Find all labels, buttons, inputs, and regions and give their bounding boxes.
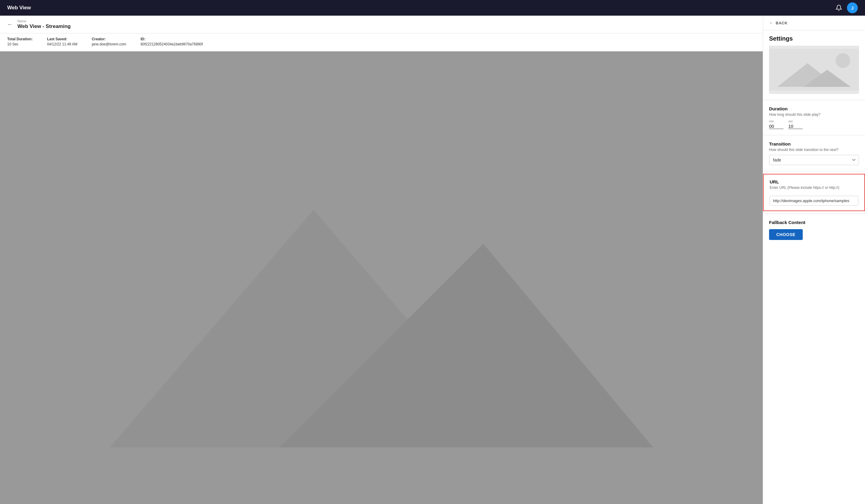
sec-label: sec [788,120,803,123]
preview-placeholder-icon [77,108,687,447]
transition-select[interactable]: fade slide none [769,155,859,165]
url-desc: Enter URL (Please include https:// or ht… [770,186,858,190]
thumbnail-placeholder-icon [769,46,859,94]
duration-section: Duration How long should this slide play… [763,101,865,134]
settings-title: Settings [763,31,865,46]
duration-sec-field: sec [788,120,803,129]
app-title: Web View [7,5,31,11]
duration-fields: min sec [769,120,859,129]
meta-row: Total Duration: 10 Sec Last Saved: 04/12… [0,33,763,51]
nav-right: J [835,2,858,13]
meta-creator: Creator: jane.doe@lorem.com [92,37,126,46]
panel-back-label: BACK [776,21,788,25]
preview-area [0,51,763,504]
name-label: Name [18,19,83,23]
main-layout: ← Name Total Duration: 10 Sec Last Saved… [0,16,865,504]
sep-4 [763,213,865,214]
duration-sec-input[interactable] [788,124,803,129]
left-area: ← Name Total Duration: 10 Sec Last Saved… [0,16,763,504]
transition-section: Transition How should this slide transit… [763,137,865,170]
meta-id: ID: 60f2221280524034a1beb9670a76890f [140,37,203,46]
duration-desc: How long should this slide play? [769,113,859,117]
sep-3 [763,171,865,172]
thumbnail [769,46,859,94]
avatar[interactable]: J [847,2,858,13]
fallback-section: Fallback Content CHOOSE [763,215,865,245]
back-button[interactable]: ← [7,21,13,28]
transition-title: Transition [769,141,859,146]
meta-total-duration: Total Duration: 10 Sec [7,37,33,46]
min-label: min [769,120,784,123]
url-input[interactable] [770,196,858,206]
duration-min-field: min [769,120,784,129]
panel-back-button[interactable]: ← BACK [763,16,865,31]
fallback-title: Fallback Content [769,220,859,225]
sep-1 [763,100,865,100]
panel-back-arrow-icon: ← [769,21,773,25]
bell-icon[interactable] [835,4,842,11]
header-bar: ← Name [0,16,763,33]
settings-panel: ← BACK Settings Duration How long should… [763,16,865,504]
url-section: URL Enter URL (Please include https:// o… [763,174,865,211]
svg-point-2 [510,149,592,230]
svg-point-6 [835,53,850,68]
choose-button[interactable]: CHOOSE [769,229,803,240]
top-nav: Web View J [0,0,865,16]
duration-min-input[interactable] [769,124,784,129]
name-input[interactable] [18,23,83,30]
transition-desc: How should this slide transition to the … [769,148,859,152]
meta-last-saved: Last Saved: 04/12/22 11:49 AM [47,37,77,46]
url-title: URL [770,179,858,184]
duration-title: Duration [769,106,859,111]
